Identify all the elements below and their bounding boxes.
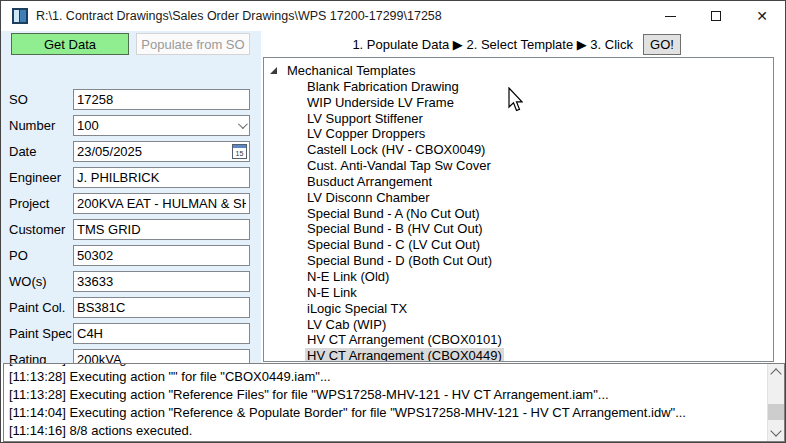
paint-spec-input[interactable] bbox=[73, 323, 250, 344]
window-title: R:\1. Contract Drawings\Sales Order Draw… bbox=[36, 9, 442, 23]
tree-item-selected[interactable]: HV CT Arrangement (CBOX0449) bbox=[264, 348, 773, 362]
log-line: [11:14:04] Executing action "Reference &… bbox=[9, 404, 766, 422]
tree-item[interactable]: Special Bund - C (LV Cut Out) bbox=[264, 237, 773, 253]
window-controls: ✕ bbox=[647, 1, 785, 31]
log-line: [11:13:28] Executing action "Reference F… bbox=[9, 386, 766, 404]
engineer-input[interactable] bbox=[73, 167, 250, 188]
tree-item[interactable]: iLogic Special TX bbox=[264, 301, 773, 317]
close-button[interactable]: ✕ bbox=[739, 1, 785, 31]
number-combobox[interactable] bbox=[73, 115, 250, 136]
date-label: Date bbox=[9, 141, 36, 162]
field-row-project: Project bbox=[1, 193, 261, 214]
tree-item[interactable]: LV Disconn Chamber bbox=[264, 190, 773, 206]
field-row-engineer: Engineer bbox=[1, 167, 261, 188]
tree-root-mechanical-templates[interactable]: Mechanical Templates bbox=[264, 63, 773, 79]
tree-item[interactable]: LV Cab (WIP) bbox=[264, 317, 773, 333]
close-icon: ✕ bbox=[756, 8, 768, 24]
tree-item[interactable]: LV Copper Droppers bbox=[264, 126, 773, 142]
scroll-down-icon[interactable] bbox=[770, 425, 781, 436]
maximize-icon bbox=[711, 11, 721, 21]
date-input[interactable] bbox=[73, 141, 250, 162]
field-row-number: Number bbox=[1, 115, 261, 136]
log-line: [11:13:28] Executing action "" for file … bbox=[9, 368, 766, 386]
field-row-wos: WO(s) bbox=[1, 271, 261, 292]
field-row-paint-spec: Paint Spec bbox=[1, 323, 261, 344]
calendar-icon: 15 bbox=[232, 144, 247, 159]
template-tree[interactable]: Mechanical Templates Blank Fabrication D… bbox=[263, 57, 774, 362]
project-input[interactable] bbox=[73, 193, 250, 214]
tree-item[interactable]: HV CT Arrangement (CBOX0101) bbox=[264, 332, 773, 348]
field-row-date: Date 15 bbox=[1, 141, 261, 162]
minimize-button[interactable] bbox=[647, 1, 693, 31]
tree-item[interactable]: Special Bund - A (No Cut Out) bbox=[264, 206, 773, 222]
tree-item[interactable]: Busduct Arrangement bbox=[264, 174, 773, 190]
calendar-picker-button[interactable]: 15 bbox=[231, 143, 248, 160]
minimize-icon bbox=[665, 16, 676, 17]
customer-input[interactable] bbox=[73, 219, 250, 240]
field-row-customer: Customer bbox=[1, 219, 261, 240]
po-input[interactable] bbox=[73, 245, 250, 266]
scroll-up-icon[interactable] bbox=[770, 368, 781, 379]
paint-col-label: Paint Col. bbox=[9, 297, 65, 318]
steps-bar: 1. Populate Data ▶ 2. Select Template ▶ … bbox=[261, 31, 786, 57]
tree-content: Mechanical Templates Blank Fabrication D… bbox=[264, 63, 773, 362]
tree-item[interactable]: LV Support Stiffener bbox=[264, 111, 773, 127]
paint-spec-label: Paint Spec bbox=[9, 323, 72, 344]
field-row-po: PO bbox=[1, 245, 261, 266]
tree-item[interactable]: N-E Link bbox=[264, 285, 773, 301]
tree-item[interactable]: N-E Link (Old) bbox=[264, 269, 773, 285]
log-scrollbar[interactable] bbox=[767, 364, 784, 441]
populate-from-so-button[interactable]: Populate from SO bbox=[136, 33, 250, 55]
go-button[interactable]: GO! bbox=[643, 34, 681, 55]
app-icon bbox=[12, 8, 28, 24]
log-lines: [11:13:28] Executing action "" for file … bbox=[4, 363, 766, 440]
wos-input[interactable] bbox=[73, 271, 250, 292]
expander-icon[interactable] bbox=[270, 67, 277, 74]
engineer-label: Engineer bbox=[9, 167, 61, 188]
so-input[interactable] bbox=[73, 89, 250, 110]
form-panel: Get Data Populate from SO SO Number Date… bbox=[1, 31, 261, 363]
so-label: SO bbox=[9, 89, 28, 110]
steps-instructions: 1. Populate Data ▶ 2. Select Template ▶ … bbox=[352, 37, 633, 52]
field-row-so: SO bbox=[1, 89, 261, 110]
paint-col-input[interactable] bbox=[73, 297, 250, 318]
app-window: R:\1. Contract Drawings\Sales Order Draw… bbox=[0, 0, 786, 443]
get-data-button[interactable]: Get Data bbox=[11, 33, 129, 55]
customer-label: Customer bbox=[9, 219, 65, 240]
po-label: PO bbox=[9, 245, 28, 266]
tree-item[interactable]: Cust. Anti-Vandal Tap Sw Cover bbox=[264, 158, 773, 174]
scrollbar-thumb[interactable] bbox=[768, 404, 785, 420]
tree-item[interactable]: Castell Lock (HV - CBOX0049) bbox=[264, 142, 773, 158]
number-label: Number bbox=[9, 115, 55, 136]
title-bar: R:\1. Contract Drawings\Sales Order Draw… bbox=[1, 1, 785, 31]
tree-item[interactable]: WIP Underside LV Frame bbox=[264, 95, 773, 111]
project-label: Project bbox=[9, 193, 49, 214]
tree-item[interactable]: Special Bund - D (Both Cut Out) bbox=[264, 253, 773, 269]
tree-item[interactable]: Special Bund - B (HV Cut Out) bbox=[264, 221, 773, 237]
maximize-button[interactable] bbox=[693, 1, 739, 31]
tree-item[interactable]: Blank Fabrication Drawing bbox=[264, 79, 773, 95]
wos-label: WO(s) bbox=[9, 271, 47, 292]
log-output[interactable]: [11:13:28] Executing action "" for file … bbox=[3, 363, 785, 442]
log-line: [11:14:16] 8/8 actions executed. bbox=[9, 422, 766, 440]
button-row: Get Data Populate from SO bbox=[1, 33, 261, 55]
field-row-paint-col: Paint Col. bbox=[1, 297, 261, 318]
